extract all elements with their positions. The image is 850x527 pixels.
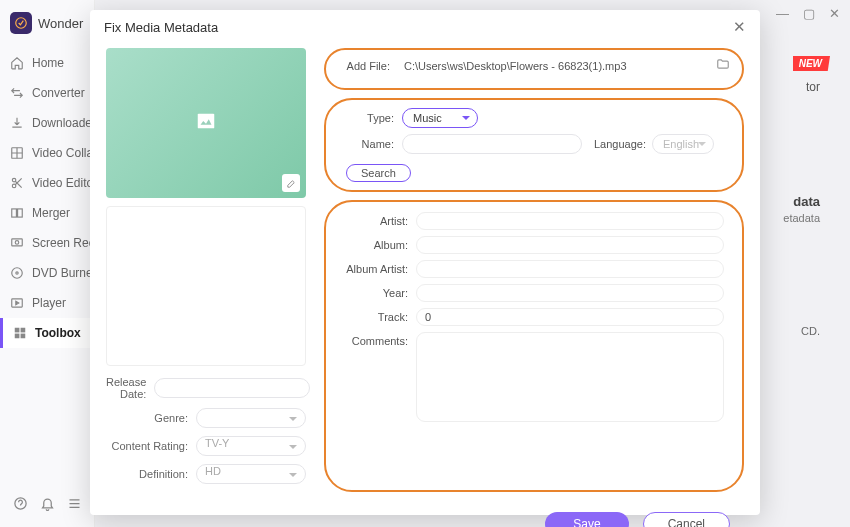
new-badge: NEW (793, 56, 830, 71)
image-placeholder-icon (193, 110, 219, 136)
file-path-input[interactable] (398, 56, 716, 76)
nav-video-collage[interactable]: Video Collage (0, 138, 94, 168)
name-input[interactable] (402, 134, 582, 154)
metadata-fields-group: Artist: Album: Album Artist: Year: Track… (324, 200, 744, 492)
dialog-title: Fix Media Metadata (104, 20, 218, 35)
svg-point-8 (12, 268, 23, 279)
save-button[interactable]: Save (545, 512, 628, 527)
nav-converter[interactable]: Converter (0, 78, 94, 108)
nav-screen-recorder[interactable]: Screen Recorder (0, 228, 94, 258)
menu-icon[interactable] (67, 496, 82, 515)
svg-rect-13 (15, 334, 20, 339)
sidebar: Wonder Home Converter Downloader Video C… (0, 0, 95, 527)
nav-dvd-burner[interactable]: DVD Burner (0, 258, 94, 288)
close-icon[interactable]: ✕ (733, 18, 746, 36)
svg-rect-5 (18, 209, 23, 217)
notification-icon[interactable] (40, 496, 55, 515)
track-input[interactable] (416, 308, 724, 326)
folder-icon[interactable] (716, 57, 730, 75)
svg-rect-16 (198, 114, 215, 129)
cancel-button[interactable]: Cancel (643, 512, 730, 527)
help-icon[interactable] (13, 496, 28, 515)
nav-toolbox[interactable]: Toolbox (0, 318, 94, 348)
nav-player[interactable]: Player (0, 288, 94, 318)
search-button[interactable]: Search (346, 164, 411, 182)
brand-name: Wonder (38, 16, 83, 31)
artist-input[interactable] (416, 212, 724, 230)
type-select[interactable]: Music (402, 108, 478, 128)
edit-art-icon[interactable] (282, 174, 300, 192)
nav-video-editor[interactable]: Video Editor (0, 168, 94, 198)
svg-rect-14 (21, 334, 26, 339)
nav-downloader[interactable]: Downloader (0, 108, 94, 138)
album-artist-input[interactable] (416, 260, 724, 278)
search-group: Type: Music Name: Language: English Sear… (324, 98, 744, 192)
svg-rect-6 (12, 239, 23, 246)
nav-home[interactable]: Home (0, 48, 94, 78)
nav-merger[interactable]: Merger (0, 198, 94, 228)
metadata-dialog: Fix Media Metadata ✕ Release Date: Genre… (90, 10, 760, 515)
svg-rect-4 (12, 209, 17, 217)
search-results-panel (106, 206, 306, 366)
definition-select[interactable]: HD (196, 464, 306, 484)
app-logo (10, 12, 32, 34)
language-select[interactable]: English (652, 134, 714, 154)
album-art-preview (106, 48, 306, 198)
genre-select[interactable] (196, 408, 306, 428)
svg-rect-12 (21, 328, 26, 333)
add-file-group: Add File: (324, 48, 744, 90)
comments-textarea[interactable] (416, 332, 724, 422)
year-input[interactable] (416, 284, 724, 302)
svg-rect-11 (15, 328, 20, 333)
svg-point-7 (15, 241, 19, 245)
album-input[interactable] (416, 236, 724, 254)
release-date-input[interactable] (154, 378, 310, 398)
svg-point-9 (16, 272, 18, 274)
content-rating-select[interactable]: TV-Y (196, 436, 306, 456)
